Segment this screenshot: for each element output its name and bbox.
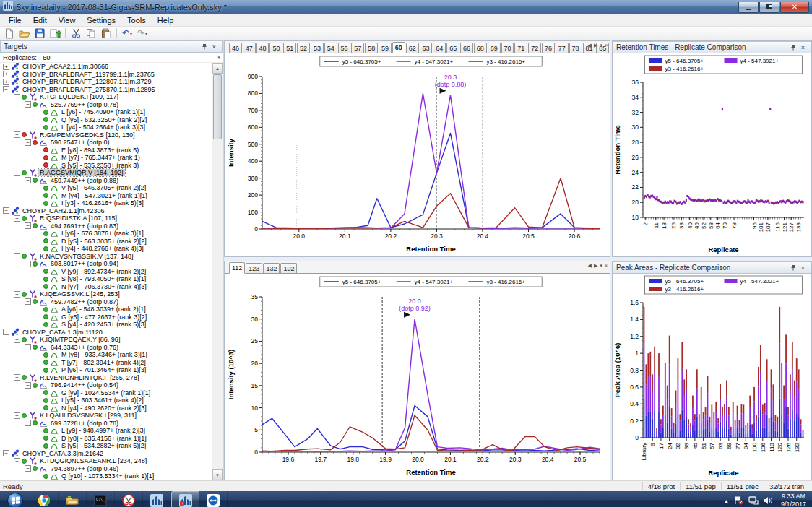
menu-file[interactable]: File: [3, 15, 27, 25]
tab-menu-icon[interactable]: ▾: [600, 43, 602, 48]
replicate-tab-112[interactable]: 112: [229, 262, 245, 274]
peptide-row[interactable]: −R.AGGSVMIQR.V [184, 192]: [0, 169, 212, 177]
expand-toggle[interactable]: +: [3, 79, 9, 85]
pin-icon[interactable]: [789, 43, 798, 52]
expand-toggle[interactable]: −: [25, 261, 31, 267]
menu-view[interactable]: View: [53, 15, 82, 25]
tab-close-icon[interactable]: ×: [605, 263, 608, 269]
replicate-tab-64[interactable]: 64: [433, 43, 446, 53]
replicate-tab-52[interactable]: 52: [297, 43, 310, 53]
replicate-tab-65[interactable]: 65: [446, 43, 459, 53]
taskbar-chrome-button[interactable]: [30, 491, 59, 507]
peptide-row[interactable]: −K.IQEAGSSVK.L [245, 253]: [0, 290, 212, 298]
expand-toggle[interactable]: +: [3, 71, 9, 77]
expand-toggle[interactable]: −: [14, 412, 20, 419]
replicate-tab-69[interactable]: 69: [488, 43, 501, 53]
close-panel-icon[interactable]: ×: [798, 43, 808, 52]
protein-row[interactable]: +CHOYP_BRAFLDRAFT_119799.1.1|m.23765: [0, 71, 212, 79]
new-document-icon[interactable]: [2, 27, 17, 40]
expand-toggle[interactable]: −: [25, 420, 31, 426]
replicate-tab-47[interactable]: 47: [243, 43, 256, 53]
expand-toggle[interactable]: −: [14, 253, 20, 259]
expand-toggle[interactable]: −: [25, 139, 31, 146]
chromatogram-bottom-chart[interactable]: 19.619.719.819.920.020.120.220.320.420.5…: [225, 274, 610, 480]
expand-toggle[interactable]: −: [25, 177, 31, 183]
open-file-icon[interactable]: [17, 27, 32, 40]
replicate-tab-57[interactable]: 57: [351, 43, 364, 53]
peak-areas-chart[interactable]: 00.20.40.60.811.21.41.6Library9172432394…: [613, 274, 811, 480]
transition-row[interactable]: S [y4] - 420.2453+ (rank 5)[3]: [0, 321, 212, 329]
transition-row[interactable]: S [y8] - 793.4050+ (rank 1)[1]: [0, 275, 212, 283]
replicate-tab-46[interactable]: 46: [229, 43, 242, 53]
peptide-row[interactable]: −K.TDQGIQNLSAAEANR.L [234, 248]: [0, 457, 212, 465]
expand-toggle[interactable]: −: [14, 215, 20, 222]
transition-row[interactable]: T [y7] - 802.3941+ (rank 4)[2]: [0, 359, 212, 367]
precursor-row[interactable]: −794.3897++ (dotp 0.46): [0, 465, 212, 473]
taskbar-skyline-button[interactable]: [143, 491, 171, 507]
peptide-row[interactable]: −R.LVENIGNHLINTQK.F [265, 278]: [0, 374, 212, 382]
taskbar-command-prompt-button[interactable]: C:\_: [87, 491, 115, 507]
replicate-tab-56[interactable]: 56: [338, 43, 351, 53]
replicate-tab-76[interactable]: 76: [542, 43, 555, 53]
replicate-tab-102[interactable]: 102: [280, 263, 297, 273]
replicate-tab-78[interactable]: 78: [569, 43, 582, 53]
copy-icon[interactable]: [84, 27, 98, 40]
precursor-row[interactable]: −525.7769++ (dotp 0.78): [0, 101, 212, 109]
scroll-up-icon[interactable]: ▲: [212, 63, 223, 74]
replicate-tab-62[interactable]: 62: [406, 43, 419, 53]
expand-toggle[interactable]: −: [25, 344, 31, 350]
transition-row[interactable]: I [y6] - 676.3876+ (rank 3)[1]: [0, 230, 212, 238]
precursor-row[interactable]: −459.7449++ (dotp 0.88): [0, 177, 212, 185]
taskbar-skyline-daily-button[interactable]: [171, 491, 199, 507]
precursor-row[interactable]: −699.3728++ (dotp 0.78): [0, 420, 212, 428]
cut-icon[interactable]: [69, 27, 83, 40]
replicate-tab-77[interactable]: 77: [556, 43, 569, 53]
expand-toggle[interactable]: −: [3, 207, 9, 214]
replicate-tab-72[interactable]: 72: [528, 43, 541, 53]
tab-scroll-left-icon[interactable]: ◀: [588, 43, 592, 48]
tab-scroll-right-icon[interactable]: ▶: [594, 43, 597, 48]
replicate-tab-71[interactable]: 71: [514, 43, 527, 53]
replicate-tab-70[interactable]: 70: [501, 43, 514, 53]
transition-row[interactable]: D [y8] - 835.4156+ (rank 1)[1]: [0, 435, 212, 443]
transition-row[interactable]: V [y5] - 646.3705+ (rank 2)[2]: [0, 184, 212, 192]
menu-tools[interactable]: Tools: [121, 15, 152, 25]
expand-toggle[interactable]: −: [25, 465, 31, 472]
pin-icon[interactable]: [200, 42, 210, 51]
transition-row[interactable]: Q [y5] - 632.3250+ (rank 2)[2]: [0, 116, 212, 124]
transition-row[interactable]: A [y6] - 548.3039+ (rank 2)[1]: [0, 306, 212, 313]
close-button[interactable]: ✕: [780, 2, 809, 13]
expand-toggle[interactable]: −: [3, 450, 9, 456]
transition-row[interactable]: I [y5] - 603.3461+ (rank 4)[2]: [0, 396, 212, 404]
expand-toggle[interactable]: −: [25, 382, 31, 389]
start-button[interactable]: [0, 491, 30, 507]
taskbar-snipping-tool-button[interactable]: [115, 491, 143, 507]
replicate-tab-59[interactable]: 59: [379, 43, 392, 53]
expand-toggle[interactable]: −: [25, 222, 31, 229]
taskbar-file-explorer-button[interactable]: [59, 491, 87, 507]
replicate-tab-50[interactable]: 50: [269, 43, 282, 53]
undo-icon[interactable]: ↶▾: [120, 27, 134, 40]
targets-scrollbar[interactable]: ▲ ▼: [212, 63, 223, 480]
expand-toggle[interactable]: −: [14, 337, 20, 343]
peptide-row[interactable]: −K.IQIMTPEQAEK.Y [86, 96]: [0, 336, 212, 344]
peptide-row[interactable]: −K.NAEVSNTGSSIK.V [137, 148]: [0, 253, 212, 261]
taskbar-teamviewer-button[interactable]: [199, 491, 228, 507]
transition-row[interactable]: M [y8] - 933.4346+ (rank 3)[1]: [0, 351, 212, 359]
precursor-row[interactable]: −459.7482++ (dotp 0.87): [0, 298, 212, 306]
expand-toggle[interactable]: −: [14, 131, 20, 138]
retention-times-chart[interactable]: 1820222426283032343621118263340465258647…: [613, 53, 811, 256]
precursor-row[interactable]: −644.3343++ (dotp 0.76): [0, 344, 212, 352]
publish-document-icon[interactable]: [48, 27, 62, 40]
transition-row[interactable]: G [y9] - 1024.5534+ (rank 1)[1]: [0, 389, 212, 397]
replicate-tab-51[interactable]: 51: [283, 43, 296, 53]
expand-toggle[interactable]: −: [25, 101, 31, 108]
volume-icon[interactable]: [764, 496, 773, 505]
protein-row[interactable]: +CHOYP_BRAFLDRAFT_122807.1.1|m.3729: [0, 78, 212, 86]
transition-row[interactable]: S [y5] - 534.2882+ (rank 5)[2]: [0, 442, 212, 450]
precursor-row[interactable]: −494.7691++ (dotp 0.83): [0, 222, 212, 230]
peptide-row[interactable]: −R.GMPEMVSGEDK.S [120, 130]: [0, 131, 212, 139]
transition-row[interactable]: L [y9] - 948.4997+ (rank 2)[3]: [0, 427, 212, 435]
peptide-row[interactable]: −K.LQAHLDSVSNVSK.I [299, 311]: [0, 412, 212, 420]
replicate-tab-132[interactable]: 132: [263, 263, 280, 273]
